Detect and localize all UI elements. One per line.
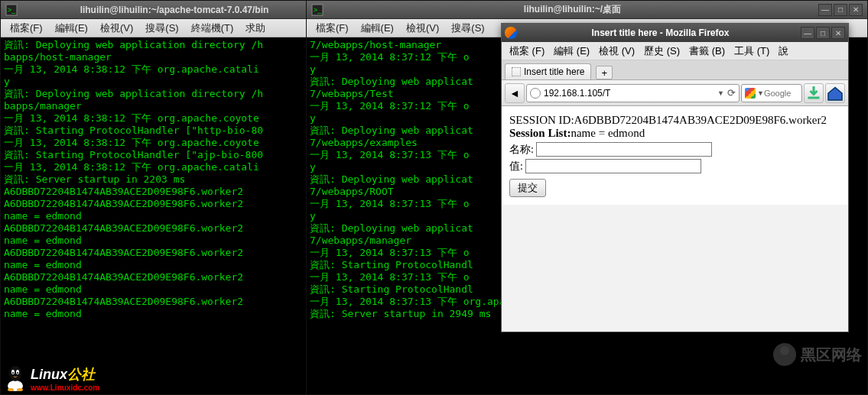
maximize-button[interactable]: □ (834, 4, 847, 16)
wm-text2: 公社 (67, 367, 95, 382)
watermark-linuxidc: Linux公社 www.Linuxidc.com (3, 364, 99, 392)
name-label: 名称: (509, 144, 534, 155)
url-dropdown-icon[interactable]: ▼ (717, 89, 724, 97)
svg-point-5 (9, 366, 21, 381)
ff-menu-edit[interactable]: 編輯 (E) (549, 43, 594, 60)
session-list-value: name = edmond (571, 127, 645, 139)
term1-menu-search[interactable]: 搜尋(S) (139, 20, 184, 37)
name-row: 名称: (509, 142, 840, 157)
ff-minimize-button[interactable]: — (801, 27, 814, 39)
term1-menu-help[interactable]: 求助 (239, 20, 271, 37)
session-list-label: Session List: (509, 127, 571, 139)
value-input[interactable] (525, 159, 701, 173)
wm-url: www.Linuxidc.com (31, 384, 99, 392)
terminal-icon: >_ (311, 4, 323, 16)
term1-title: lihuilin@lihuilin:~/apache-tomcat-7.0.47… (21, 5, 328, 15)
term2-titlebar[interactable]: >_ lihuilin@lihuilin:~/桌面 — □ ✕ (307, 1, 867, 19)
wm-text1: Linux (31, 367, 67, 382)
submit-button[interactable]: 提交 (509, 179, 546, 197)
value-row: 值: (509, 159, 840, 173)
firefox-titlebar[interactable]: Insert title here - Mozilla Firefox — □ … (502, 24, 848, 42)
ff-menu-history[interactable]: 歷史 (S) (639, 43, 684, 60)
minimize-button[interactable]: — (818, 4, 832, 16)
ff-menu-view[interactable]: 檢視 (V) (594, 43, 639, 60)
watermark-text: Linux公社 www.Linuxidc.com (31, 365, 99, 392)
ff-close-button[interactable]: ✕ (831, 27, 845, 39)
terminal-icon: >_ (5, 4, 18, 16)
page-icon (512, 67, 521, 76)
new-tab-button[interactable]: + (596, 66, 613, 79)
google-icon (745, 88, 756, 99)
term2-menu-file[interactable]: 檔案(F) (310, 20, 355, 37)
firefox-icon (505, 27, 517, 39)
value-label: 值: (509, 160, 523, 172)
home-button[interactable] (825, 83, 845, 103)
firefox-toolbar: ◄ ▼ ⟳ ▼ (502, 80, 848, 106)
heiqu-icon (773, 343, 796, 366)
session-label: SESSION ID: (509, 114, 574, 126)
svg-point-9 (17, 372, 18, 374)
ff-menu-bookmarks[interactable]: 書籤 (B) (684, 43, 730, 60)
firefox-title: Insert title here - Mozilla Firefox (520, 28, 801, 38)
term1-menubar: 檔案(F) 編輯(E) 檢視(V) 搜尋(S) 終端機(T) 求助 (1, 19, 333, 37)
term1-output[interactable]: 資訊: Deploying web application directory … (1, 37, 333, 322)
ff-maximize-button[interactable]: □ (816, 27, 830, 39)
tab-label: Insert title here (524, 66, 584, 77)
tux-icon (3, 364, 28, 392)
svg-point-11 (17, 388, 23, 391)
search-dropdown-icon[interactable]: ▼ (757, 89, 764, 97)
heiqu-text: 黑区网络 (801, 345, 862, 365)
ff-menu-help[interactable]: 說 (774, 43, 793, 60)
svg-text:>_: >_ (8, 6, 16, 14)
terminal-window-1: >_ lihuilin@lihuilin:~/apache-tomcat-7.0… (0, 0, 333, 395)
url-input[interactable] (544, 88, 714, 99)
name-input[interactable] (536, 142, 712, 157)
url-bar[interactable]: ▼ ⟳ (526, 84, 740, 102)
term2-title: lihuilin@lihuilin:~/桌面 (327, 3, 818, 16)
search-input[interactable] (764, 89, 795, 98)
term2-menu-search[interactable]: 搜尋(S) (445, 20, 490, 37)
session-list-line: Session List:name = edmond (509, 127, 840, 140)
svg-text:>_: >_ (314, 6, 322, 14)
firefox-window: Insert title here - Mozilla Firefox — □ … (501, 23, 849, 332)
ff-menu-tools[interactable]: 工具 (T) (730, 43, 774, 60)
reload-button[interactable]: ⟳ (727, 87, 736, 99)
term1-menu-file[interactable]: 檔案(F) (4, 20, 49, 37)
firefox-tabbar: Insert title here + (502, 60, 848, 80)
close-button[interactable]: ✕ (849, 4, 863, 16)
downloads-button[interactable] (804, 83, 824, 103)
ff-menu-file[interactable]: 檔案 (F) (505, 43, 549, 60)
term1-menu-view[interactable]: 檢視(V) (94, 20, 139, 37)
term2-menu-edit[interactable]: 編輯(E) (355, 20, 400, 37)
firefox-tab[interactable]: Insert title here (505, 63, 591, 79)
firefox-menubar: 檔案 (F) 編輯 (E) 檢視 (V) 歷史 (S) 書籤 (B) 工具 (T… (502, 42, 848, 60)
term2-menu-view[interactable]: 檢視(V) (400, 20, 445, 37)
search-bar[interactable]: ▼ (741, 84, 802, 102)
term1-titlebar[interactable]: >_ lihuilin@lihuilin:~/apache-tomcat-7.0… (1, 1, 333, 19)
svg-point-8 (12, 372, 14, 374)
page-content: SESSION ID:A6DBBD72204B1474AB39ACE2D09E9… (502, 106, 848, 205)
globe-icon (530, 88, 541, 99)
term1-menu-terminal[interactable]: 終端機(T) (185, 20, 240, 37)
term1-menu-edit[interactable]: 編輯(E) (49, 20, 94, 37)
back-button[interactable]: ◄ (505, 83, 525, 103)
session-id: A6DBBD72204B1474AB39ACE2D09E98F6.worker2 (574, 114, 827, 126)
watermark-heiqu: 黑区网络 (773, 343, 862, 366)
svg-point-10 (8, 388, 14, 391)
session-id-line: SESSION ID:A6DBBD72204B1474AB39ACE2D09E9… (509, 114, 840, 127)
